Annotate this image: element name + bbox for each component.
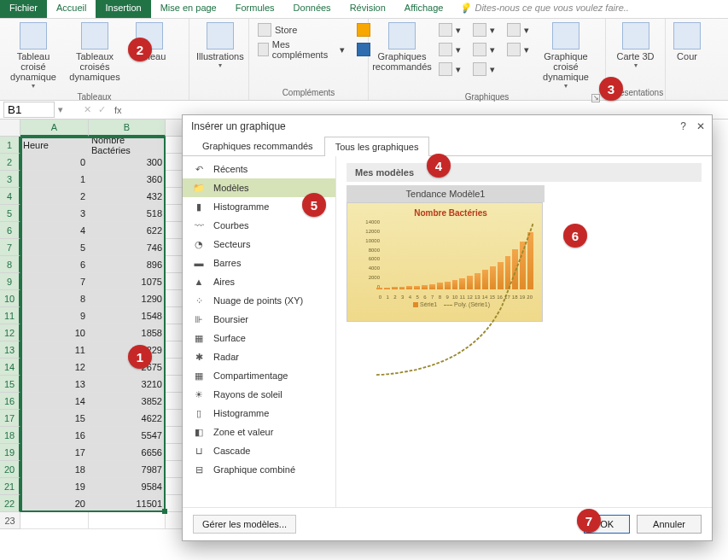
tab-formulas[interactable]: Formules: [226, 0, 284, 18]
bar-chart-button[interactable]: ▾: [435, 20, 464, 39]
tab-layout[interactable]: Mise en page: [151, 0, 226, 18]
chart-type-item[interactable]: ↶Récents: [183, 160, 335, 178]
recommended-charts-button[interactable]: Graphiques recommandés: [374, 20, 430, 73]
chart-type-item[interactable]: ⊟Graphique combiné: [183, 460, 335, 479]
row-header[interactable]: 15: [0, 376, 20, 393]
recommended-pivots-button[interactable]: Tableaux croisés dynamiques: [67, 20, 123, 84]
tab-insert[interactable]: Insertion: [96, 0, 150, 18]
scatter-chart-button[interactable]: ▾: [435, 60, 464, 79]
cell[interactable]: 9584: [89, 478, 166, 495]
chart-type-item[interactable]: ◧Zone et valeur: [183, 423, 335, 441]
chart-type-item[interactable]: ✱Radar: [183, 347, 335, 366]
dialog-titlebar[interactable]: Insérer un graphique ? ✕: [183, 115, 712, 136]
cell[interactable]: 3: [20, 205, 89, 222]
row-header[interactable]: 7: [0, 239, 20, 256]
store-button[interactable]: Store: [254, 20, 348, 39]
cell[interactable]: 6: [20, 256, 89, 273]
row-header[interactable]: 23: [0, 512, 20, 529]
cell[interactable]: 896: [89, 256, 166, 273]
tab-view[interactable]: Affichage: [395, 0, 453, 18]
cell[interactable]: 1548: [89, 307, 166, 324]
cell[interactable]: 518: [89, 205, 166, 222]
sparkline-button[interactable]: Cour: [671, 20, 703, 63]
3d-map-button[interactable]: Carte 3D▾: [611, 20, 660, 71]
cell[interactable]: 5: [20, 239, 89, 256]
line-chart-button[interactable]: ▾: [469, 20, 498, 39]
fill-handle[interactable]: [162, 509, 167, 514]
cell[interactable]: 300: [89, 154, 166, 171]
row-header[interactable]: 20: [0, 461, 20, 478]
tab-recommended-charts[interactable]: Graphiques recommandés: [191, 136, 324, 155]
select-all-corner[interactable]: [0, 120, 20, 137]
cell[interactable]: 360: [89, 171, 166, 188]
illustrations-button[interactable]: Illustrations▾: [195, 20, 246, 71]
cell[interactable]: 746: [89, 239, 166, 256]
pivot-chart-button[interactable]: Graphique croisé dynamique▾: [538, 20, 594, 91]
row-header[interactable]: 10: [0, 290, 20, 307]
row-header[interactable]: 5: [0, 205, 20, 222]
close-icon[interactable]: ✕: [696, 120, 705, 132]
cell[interactable]: 1: [20, 171, 89, 188]
cell[interactable]: 2675: [89, 359, 166, 376]
chart-type-item[interactable]: ▯Histogramme: [183, 404, 335, 423]
dialog-launcher-icon[interactable]: ↘: [591, 94, 600, 102]
cell[interactable]: 11: [20, 341, 89, 359]
cell[interactable]: 17: [20, 444, 89, 461]
help-icon[interactable]: ?: [680, 120, 686, 132]
row-header[interactable]: 13: [0, 341, 20, 359]
cell[interactable]: 1290: [89, 290, 166, 307]
row-header[interactable]: 17: [0, 410, 20, 427]
tab-file[interactable]: Fichier: [0, 0, 47, 18]
namebox-dropdown-icon[interactable]: ▾: [58, 104, 63, 115]
row-header[interactable]: 3: [0, 171, 20, 188]
tab-data[interactable]: Données: [284, 0, 341, 18]
cell[interactable]: 19: [20, 478, 89, 495]
cell[interactable]: 6656: [89, 444, 166, 461]
cell[interactable]: 11501: [89, 495, 166, 512]
pie-chart-button[interactable]: ▾: [504, 20, 533, 39]
chart-type-item[interactable]: ▲Aires: [183, 272, 335, 291]
cell[interactable]: 12: [20, 359, 89, 376]
cell[interactable]: 3852: [89, 393, 166, 410]
cancel-icon[interactable]: ✕: [80, 104, 95, 115]
cell[interactable]: 5547: [89, 427, 166, 444]
cell[interactable]: 432: [89, 188, 166, 205]
cell[interactable]: Heure: [20, 137, 89, 154]
row-header[interactable]: 9: [0, 273, 20, 290]
pivot-table-button[interactable]: Tableau croisé dynamique▾: [5, 20, 61, 91]
my-addins-button[interactable]: Mes compléments ▾: [254, 40, 348, 59]
chart-type-item[interactable]: ⊪Boursier: [183, 310, 335, 329]
tab-review[interactable]: Révision: [341, 0, 395, 18]
chart-type-item[interactable]: ▦Surface: [183, 329, 335, 347]
row-header[interactable]: 18: [0, 427, 20, 444]
row-header[interactable]: 11: [0, 307, 20, 324]
enter-icon[interactable]: ✓: [95, 104, 109, 115]
row-header[interactable]: 1: [0, 137, 20, 154]
cell[interactable]: 3210: [89, 376, 166, 393]
row-header[interactable]: 2: [0, 154, 20, 171]
cell[interactable]: 15: [20, 410, 89, 427]
chart-type-item[interactable]: ◔Secteurs: [183, 235, 335, 254]
chart-type-item[interactable]: ⁘Nuage de points (XY): [183, 291, 335, 310]
row-header[interactable]: 12: [0, 324, 20, 341]
cell[interactable]: 7987: [89, 461, 166, 478]
fx-icon[interactable]: fx: [109, 105, 127, 115]
row-header[interactable]: 6: [0, 222, 20, 239]
tell-me[interactable]: 💡Dites-nous ce que vous voulez faire..: [452, 0, 635, 18]
row-header[interactable]: 4: [0, 188, 20, 205]
chart-type-item[interactable]: ▬Barres: [183, 254, 335, 272]
row-header[interactable]: 21: [0, 478, 20, 495]
cell[interactable]: 9: [20, 307, 89, 324]
cell[interactable]: 10: [20, 324, 89, 341]
cell[interactable]: 4622: [89, 410, 166, 427]
row-header[interactable]: 22: [0, 495, 20, 512]
chart-type-item[interactable]: ☀Rayons de soleil: [183, 385, 335, 404]
row-header[interactable]: 19: [0, 444, 20, 461]
chart-template-thumbnail[interactable]: Nombre Bactéries 14000120001000080006000…: [347, 202, 543, 322]
hierarchy-chart-button[interactable]: ▾: [435, 40, 464, 59]
cell[interactable]: 7: [20, 273, 89, 290]
cancel-button[interactable]: Annuler: [637, 515, 702, 534]
cell[interactable]: 20: [20, 495, 89, 512]
row-header[interactable]: 8: [0, 256, 20, 273]
tab-home[interactable]: Accueil: [47, 0, 96, 18]
